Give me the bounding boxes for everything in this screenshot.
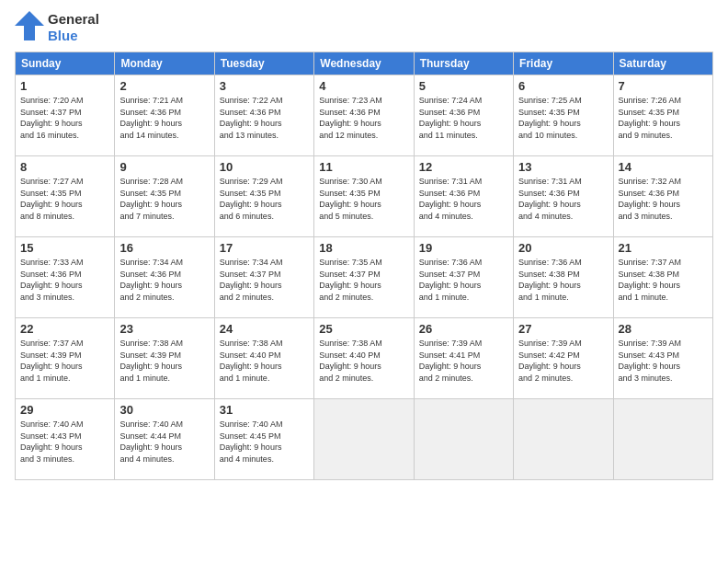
- calendar-cell: 16Sunrise: 7:34 AMSunset: 4:36 PMDayligh…: [115, 237, 214, 318]
- day-info: Sunrise: 7:27 AMSunset: 4:35 PMDaylight:…: [20, 176, 109, 222]
- calendar-cell: [314, 399, 414, 480]
- calendar-cell: 20Sunrise: 7:36 AMSunset: 4:38 PMDayligh…: [514, 237, 613, 318]
- day-number: 20: [518, 241, 608, 255]
- day-info: Sunrise: 7:33 AMSunset: 4:36 PMDaylight:…: [20, 257, 109, 303]
- calendar-cell: 29Sunrise: 7:40 AMSunset: 4:43 PMDayligh…: [16, 399, 115, 480]
- day-number: 3: [220, 79, 309, 93]
- logo-text-block: General Blue: [48, 11, 99, 44]
- day-number: 14: [619, 160, 708, 174]
- day-info: Sunrise: 7:31 AMSunset: 4:36 PMDaylight:…: [518, 176, 608, 222]
- day-number: 24: [220, 322, 309, 336]
- day-number: 7: [619, 79, 708, 93]
- day-info: Sunrise: 7:36 AMSunset: 4:37 PMDaylight:…: [419, 257, 508, 303]
- day-info: Sunrise: 7:38 AMSunset: 4:39 PMDaylight:…: [119, 338, 209, 384]
- col-sunday: Sunday: [16, 52, 115, 75]
- calendar-week-5: 29Sunrise: 7:40 AMSunset: 4:43 PMDayligh…: [16, 399, 713, 480]
- day-number: 9: [119, 160, 209, 174]
- calendar-cell: 31Sunrise: 7:40 AMSunset: 4:45 PMDayligh…: [214, 399, 313, 480]
- day-info: Sunrise: 7:29 AMSunset: 4:35 PMDaylight:…: [220, 176, 309, 222]
- logo-general-text: General: [48, 11, 99, 27]
- calendar-cell: 26Sunrise: 7:39 AMSunset: 4:41 PMDayligh…: [414, 318, 513, 399]
- day-number: 21: [619, 241, 708, 255]
- day-number: 19: [419, 241, 508, 255]
- calendar-cell: 8Sunrise: 7:27 AMSunset: 4:35 PMDaylight…: [16, 156, 115, 237]
- col-tuesday: Tuesday: [214, 52, 313, 75]
- day-info: Sunrise: 7:34 AMSunset: 4:36 PMDaylight:…: [119, 257, 209, 303]
- calendar-cell: 1Sunrise: 7:20 AMSunset: 4:37 PMDaylight…: [16, 75, 115, 156]
- day-number: 4: [319, 79, 408, 93]
- calendar-cell: 27Sunrise: 7:39 AMSunset: 4:42 PMDayligh…: [514, 318, 613, 399]
- day-info: Sunrise: 7:28 AMSunset: 4:35 PMDaylight:…: [119, 176, 209, 222]
- calendar-header-row: Sunday Monday Tuesday Wednesday Thursday…: [16, 52, 713, 75]
- logo: General Blue: [15, 11, 99, 44]
- calendar-cell: 19Sunrise: 7:36 AMSunset: 4:37 PMDayligh…: [414, 237, 513, 318]
- calendar-cell: 24Sunrise: 7:38 AMSunset: 4:40 PMDayligh…: [214, 318, 313, 399]
- day-info: Sunrise: 7:30 AMSunset: 4:35 PMDaylight:…: [319, 176, 408, 222]
- calendar-cell: 30Sunrise: 7:40 AMSunset: 4:44 PMDayligh…: [115, 399, 214, 480]
- day-number: 11: [319, 160, 408, 174]
- calendar-cell: 5Sunrise: 7:24 AMSunset: 4:36 PMDaylight…: [414, 75, 513, 156]
- day-number: 5: [419, 79, 508, 93]
- calendar-cell: [613, 399, 712, 480]
- day-number: 30: [119, 403, 209, 417]
- calendar-cell: 3Sunrise: 7:22 AMSunset: 4:36 PMDaylight…: [214, 75, 313, 156]
- day-info: Sunrise: 7:32 AMSunset: 4:36 PMDaylight:…: [619, 176, 708, 222]
- day-info: Sunrise: 7:39 AMSunset: 4:43 PMDaylight:…: [619, 338, 708, 384]
- calendar-cell: 17Sunrise: 7:34 AMSunset: 4:37 PMDayligh…: [214, 237, 313, 318]
- col-thursday: Thursday: [414, 52, 513, 75]
- day-info: Sunrise: 7:38 AMSunset: 4:40 PMDaylight:…: [319, 338, 408, 384]
- header: General Blue: [15, 11, 713, 44]
- calendar-week-4: 22Sunrise: 7:37 AMSunset: 4:39 PMDayligh…: [16, 318, 713, 399]
- day-info: Sunrise: 7:23 AMSunset: 4:36 PMDaylight:…: [319, 95, 408, 141]
- calendar-cell: 12Sunrise: 7:31 AMSunset: 4:36 PMDayligh…: [414, 156, 513, 237]
- calendar-cell: 4Sunrise: 7:23 AMSunset: 4:36 PMDaylight…: [314, 75, 414, 156]
- calendar-cell: 11Sunrise: 7:30 AMSunset: 4:35 PMDayligh…: [314, 156, 414, 237]
- day-number: 25: [319, 322, 408, 336]
- calendar-cell: 22Sunrise: 7:37 AMSunset: 4:39 PMDayligh…: [16, 318, 115, 399]
- day-number: 28: [619, 322, 708, 336]
- day-info: Sunrise: 7:37 AMSunset: 4:38 PMDaylight:…: [619, 257, 708, 303]
- day-info: Sunrise: 7:40 AMSunset: 4:45 PMDaylight:…: [220, 419, 309, 465]
- col-wednesday: Wednesday: [314, 52, 414, 75]
- day-info: Sunrise: 7:24 AMSunset: 4:36 PMDaylight:…: [419, 95, 508, 141]
- logo-blue-text: Blue: [48, 28, 78, 43]
- day-info: Sunrise: 7:35 AMSunset: 4:37 PMDaylight:…: [319, 257, 408, 303]
- calendar-cell: 7Sunrise: 7:26 AMSunset: 4:35 PMDaylight…: [613, 75, 712, 156]
- day-info: Sunrise: 7:40 AMSunset: 4:44 PMDaylight:…: [119, 419, 209, 465]
- day-number: 8: [20, 160, 109, 174]
- day-number: 15: [20, 241, 109, 255]
- calendar-cell: 9Sunrise: 7:28 AMSunset: 4:35 PMDaylight…: [115, 156, 214, 237]
- day-info: Sunrise: 7:31 AMSunset: 4:36 PMDaylight:…: [419, 176, 508, 222]
- day-number: 10: [220, 160, 309, 174]
- calendar-week-2: 8Sunrise: 7:27 AMSunset: 4:35 PMDaylight…: [16, 156, 713, 237]
- calendar-week-1: 1Sunrise: 7:20 AMSunset: 4:37 PMDaylight…: [16, 75, 713, 156]
- day-number: 22: [20, 322, 109, 336]
- day-number: 1: [20, 79, 109, 93]
- day-info: Sunrise: 7:38 AMSunset: 4:40 PMDaylight:…: [220, 338, 309, 384]
- calendar-cell: 15Sunrise: 7:33 AMSunset: 4:36 PMDayligh…: [16, 237, 115, 318]
- day-number: 26: [419, 322, 508, 336]
- day-number: 31: [220, 403, 309, 417]
- day-info: Sunrise: 7:39 AMSunset: 4:42 PMDaylight:…: [518, 338, 608, 384]
- calendar-cell: 14Sunrise: 7:32 AMSunset: 4:36 PMDayligh…: [613, 156, 712, 237]
- day-number: 18: [319, 241, 408, 255]
- day-info: Sunrise: 7:25 AMSunset: 4:35 PMDaylight:…: [518, 95, 608, 141]
- calendar-cell: 6Sunrise: 7:25 AMSunset: 4:35 PMDaylight…: [514, 75, 613, 156]
- calendar-cell: 2Sunrise: 7:21 AMSunset: 4:36 PMDaylight…: [115, 75, 214, 156]
- logo-general-line: General: [48, 11, 99, 28]
- day-number: 23: [119, 322, 209, 336]
- calendar-cell: 10Sunrise: 7:29 AMSunset: 4:35 PMDayligh…: [214, 156, 313, 237]
- col-monday: Monday: [115, 52, 214, 75]
- page: General Blue Sunday Monday Tuesday Wedne…: [0, 0, 728, 563]
- day-number: 2: [119, 79, 209, 93]
- day-number: 6: [518, 79, 608, 93]
- col-friday: Friday: [514, 52, 613, 75]
- day-number: 12: [419, 160, 508, 174]
- day-number: 16: [119, 241, 209, 255]
- day-info: Sunrise: 7:21 AMSunset: 4:36 PMDaylight:…: [119, 95, 209, 141]
- logo-blue-line: Blue: [48, 28, 99, 44]
- day-info: Sunrise: 7:36 AMSunset: 4:38 PMDaylight:…: [518, 257, 608, 303]
- day-info: Sunrise: 7:20 AMSunset: 4:37 PMDaylight:…: [20, 95, 109, 141]
- calendar-cell: 23Sunrise: 7:38 AMSunset: 4:39 PMDayligh…: [115, 318, 214, 399]
- day-info: Sunrise: 7:37 AMSunset: 4:39 PMDaylight:…: [20, 338, 109, 384]
